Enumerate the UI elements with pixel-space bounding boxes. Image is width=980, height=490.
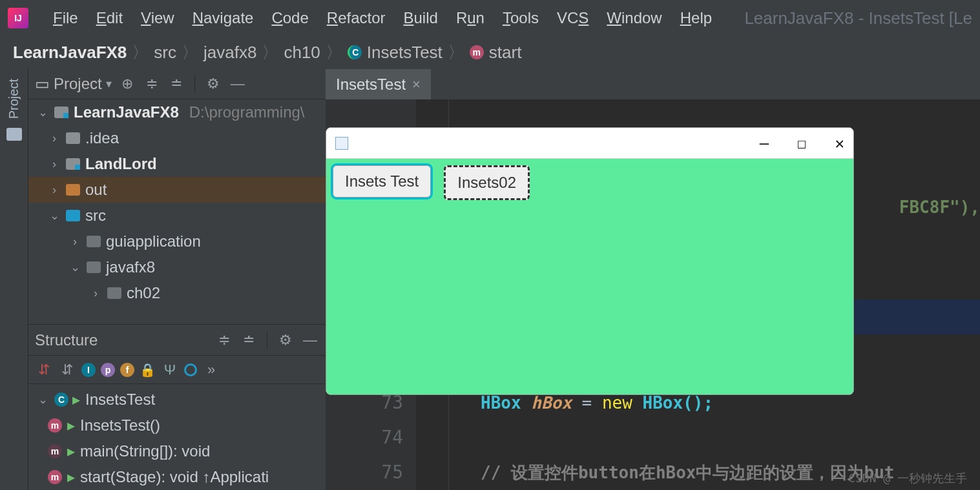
minimize-icon[interactable]: —	[760, 134, 769, 152]
tree-guiapplication[interactable]: › guiapplication	[28, 229, 326, 254]
menu-view[interactable]: View	[141, 9, 174, 27]
line-number: 75	[339, 455, 403, 490]
hide-icon[interactable]: —	[229, 75, 247, 93]
structure-class[interactable]: ⌄ C ▸ InsetsTest	[28, 387, 326, 413]
tree-landlord[interactable]: › LandLord	[28, 151, 326, 177]
menu-run[interactable]: Run	[456, 9, 485, 27]
close-icon[interactable]: ×	[412, 76, 421, 93]
menu-help[interactable]: Help	[680, 9, 712, 27]
sort-visibility-icon[interactable]: ⇵	[35, 361, 53, 379]
hide-icon[interactable]: —	[301, 331, 319, 349]
show-properties-icon[interactable]: p	[101, 363, 115, 377]
code-line-74	[416, 420, 980, 455]
expand-icon[interactable]: ≑	[215, 331, 233, 349]
method-icon: m	[470, 45, 484, 59]
watermark: CSDN @ 一秒钟先生手	[848, 471, 967, 486]
close-icon[interactable]: ✕	[835, 134, 844, 152]
menu-navigate[interactable]: Navigate	[193, 9, 254, 27]
menu-vcs[interactable]: VCS	[557, 9, 589, 27]
structure-panel: Structure ≑ ≐ ⚙ — ⇵ ⇵ I p f 🔒 Ψ »	[28, 324, 326, 490]
app-icon: IJ	[8, 8, 28, 28]
gutter-project-label[interactable]: Project	[6, 79, 21, 119]
collapse-icon[interactable]: ≐	[167, 75, 185, 93]
sort-alpha-icon[interactable]: ⇵	[58, 361, 76, 379]
javafx-app-window[interactable]: — ☐ ✕ Insets Test Insets02	[326, 127, 854, 395]
crumb-src[interactable]: src	[154, 43, 176, 63]
fx-client-area: Insets Test Insets02	[326, 159, 853, 394]
editor-body[interactable]: 73 74 75 FBC8F"), HBox hBox =	[326, 99, 980, 490]
method-icon: m	[48, 418, 62, 433]
project-panel-header: ▭ Project ▾ ⊕ ≑ ≐ ⚙ —	[28, 68, 326, 99]
tree-ch02[interactable]: › ch02	[28, 280, 326, 306]
tree-javafx8[interactable]: ⌄ javafx8	[28, 254, 326, 280]
insets-test-button[interactable]: Insets Test	[333, 165, 431, 198]
package-icon	[107, 287, 121, 299]
module-icon	[66, 158, 80, 170]
crumb-method[interactable]: start	[489, 43, 522, 63]
collapse-icon[interactable]: ≐	[240, 331, 258, 349]
method-static-icon: m	[48, 444, 62, 458]
tree-out[interactable]: › out	[28, 177, 326, 203]
tree-root[interactable]: ⌄ LearnJavaFX8 D:\programming\	[28, 99, 326, 125]
runnable-icon: ▸	[72, 391, 80, 409]
inherit-icon[interactable]: Ψ	[161, 361, 179, 379]
lock-icon[interactable]: 🔒	[140, 362, 156, 378]
more-icon[interactable]: »	[202, 361, 220, 379]
menu-edit[interactable]: Edit	[96, 9, 123, 27]
left-gutter: Project	[0, 68, 28, 490]
gear-icon[interactable]: ⚙	[276, 331, 295, 349]
insets02-button[interactable]: Insets02	[444, 165, 530, 200]
crumb-class[interactable]: InsetsTest	[367, 43, 443, 63]
expand-icon[interactable]: ≑	[143, 75, 161, 93]
window-title: LearnJavaFX8 - InsetsTest [Le	[744, 8, 972, 28]
folder-icon	[66, 132, 80, 144]
chevron-down-icon[interactable]: ▾	[106, 77, 112, 91]
runnable-icon: ▸	[67, 416, 75, 434]
crumb-pkg[interactable]: javafx8	[203, 43, 256, 63]
fx-titlebar[interactable]: — ☐ ✕	[326, 128, 853, 159]
package-icon	[87, 236, 101, 247]
project-tree[interactable]: ⌄ LearnJavaFX8 D:\programming\ › .idea ›…	[28, 99, 326, 324]
gear-icon[interactable]: ⚙	[204, 75, 222, 93]
line-number: 74	[339, 420, 403, 455]
code-fragment: FBC8F"),	[899, 190, 980, 225]
structure-main[interactable]: m ▸ main(String[]): void	[28, 438, 326, 464]
anonymous-icon[interactable]	[184, 363, 197, 376]
menu-refactor[interactable]: Refactor	[327, 9, 386, 27]
maximize-icon[interactable]: ☐	[797, 134, 806, 152]
module-icon	[54, 107, 68, 118]
fx-app-icon	[335, 137, 348, 150]
folder-excluded-icon	[66, 184, 80, 196]
menu-tools[interactable]: Tools	[503, 9, 539, 27]
structure-title: Structure	[35, 331, 98, 349]
menu-code[interactable]: Code	[271, 9, 308, 27]
structure-start[interactable]: m ▸ start(Stage): void ↑Applicati	[28, 464, 326, 490]
structure-ctor[interactable]: m ▸ InsetsTest()	[28, 413, 326, 438]
package-icon	[87, 261, 101, 273]
tree-src[interactable]: ⌄ src	[28, 203, 326, 229]
menu-build[interactable]: Build	[404, 9, 438, 27]
project-view-icon: ▭	[35, 75, 50, 93]
editor-tabs: InsetsTest ×	[326, 68, 980, 99]
runnable-icon: ▸	[67, 442, 75, 460]
class-icon: C	[348, 45, 362, 59]
gutter-folder-icon[interactable]	[6, 128, 22, 141]
tab-insetstest[interactable]: InsetsTest ×	[326, 68, 432, 99]
crumb-root[interactable]: LearnJavaFX8	[13, 43, 127, 63]
show-interfaces-icon[interactable]: I	[81, 363, 96, 377]
breadcrumb: LearnJavaFX8 〉 src 〉 javafx8 〉 ch10 〉 C …	[0, 36, 980, 68]
menu-window[interactable]: Window	[607, 9, 662, 27]
tree-idea[interactable]: › .idea	[28, 125, 326, 151]
target-icon[interactable]: ⊕	[118, 75, 136, 93]
show-fields-icon[interactable]: f	[120, 363, 134, 377]
menu-file[interactable]: File	[53, 9, 78, 27]
method-icon: m	[48, 470, 62, 484]
menubar: IJ File Edit View Navigate Code Refactor…	[0, 0, 980, 36]
runnable-icon: ▸	[67, 468, 75, 486]
source-folder-icon	[66, 210, 80, 221]
editor-area: InsetsTest × 73 74 75 FBC8F"),	[326, 68, 980, 490]
crumb-ch[interactable]: ch10	[284, 43, 320, 63]
project-panel-title[interactable]: Project	[54, 75, 102, 93]
tab-label: InsetsTest	[336, 76, 406, 94]
class-icon: C	[54, 393, 68, 407]
